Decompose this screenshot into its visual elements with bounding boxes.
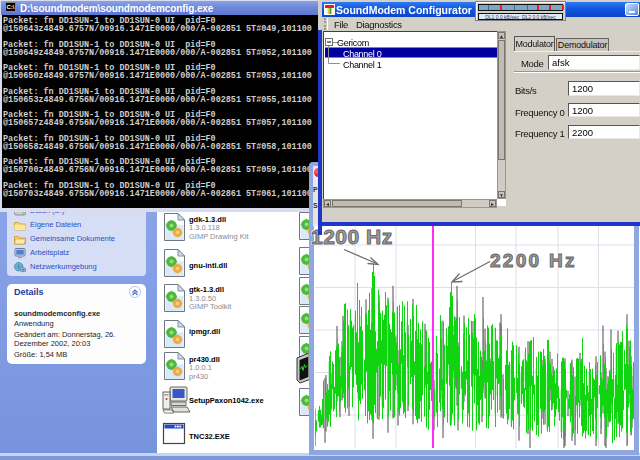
svg-text:Gericom: Gericom: [337, 38, 369, 48]
svg-text:Channel 1: Channel 1: [343, 60, 382, 70]
svg-text:Channel 0: Channel 0: [343, 49, 382, 59]
